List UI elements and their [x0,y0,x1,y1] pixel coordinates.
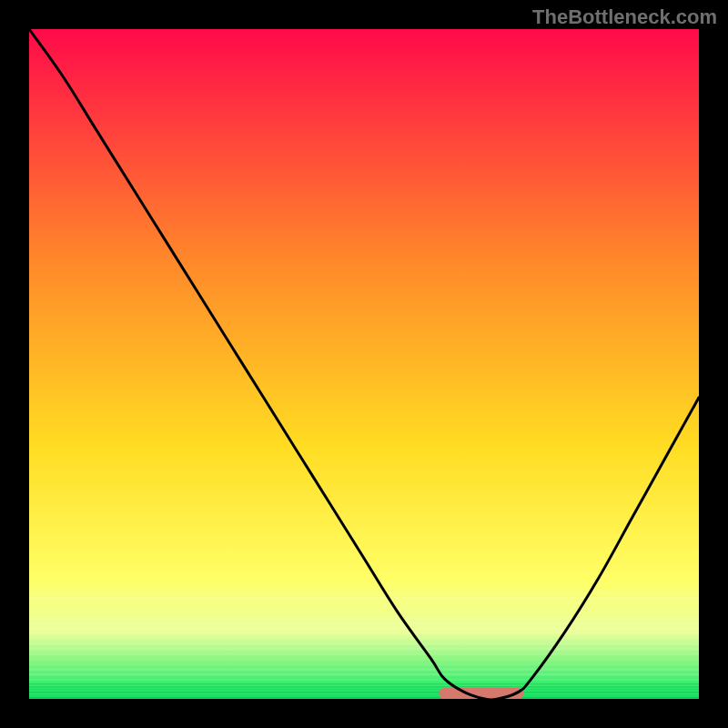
svg-rect-15 [29,668,699,671]
chart-frame: TheBottleneck.com [0,0,728,728]
svg-rect-16 [29,673,699,676]
chart-svg [29,29,699,699]
svg-rect-0 [29,592,699,594]
svg-rect-24 [29,692,699,693]
svg-rect-13 [29,658,699,661]
svg-rect-12 [29,653,699,656]
svg-rect-6 [29,622,699,625]
svg-rect-9 [29,638,699,641]
plot-area [29,29,699,699]
svg-rect-22 [29,697,699,699]
svg-rect-5 [29,617,699,620]
svg-rect-25 [29,689,699,691]
svg-rect-4 [29,612,699,615]
svg-rect-27 [29,683,699,685]
svg-rect-17 [29,679,699,682]
svg-rect-2 [29,602,699,605]
svg-rect-26 [29,686,699,688]
svg-rect-10 [29,642,699,645]
svg-rect-23 [29,694,699,696]
svg-rect-8 [29,632,699,635]
svg-rect-1 [29,597,699,600]
svg-rect-3 [29,607,699,610]
svg-rect-14 [29,663,699,666]
svg-rect-7 [29,628,699,631]
svg-rect-11 [29,648,699,651]
watermark-text: TheBottleneck.com [532,5,717,29]
